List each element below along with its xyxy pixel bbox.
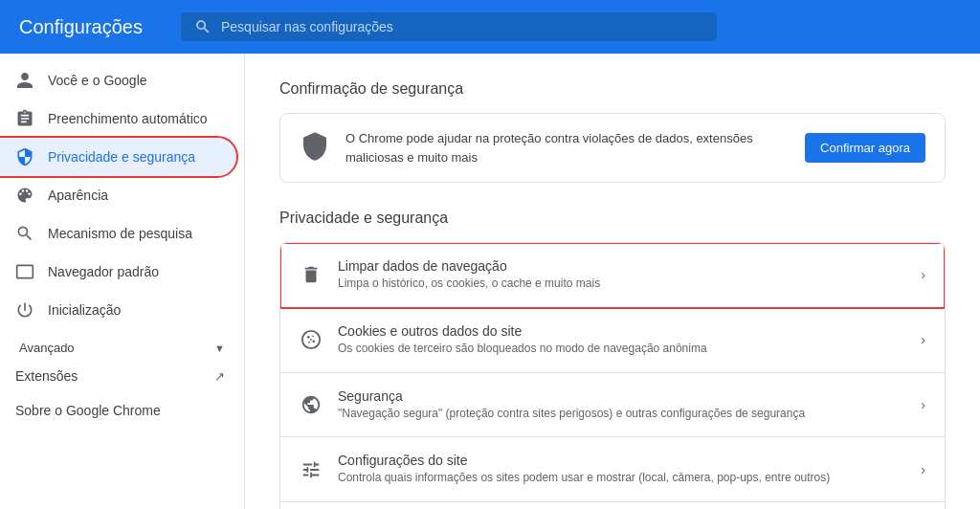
privacy-item-config-site-desc: Controla quais informações os sites pode… — [338, 470, 905, 486]
privacy-item-limpar-body: Limpar dados de navegação Limpa o histór… — [338, 258, 905, 292]
sidebar-item-extensoes[interactable]: Extensões ↗ — [0, 359, 244, 393]
shield-confirm-icon — [300, 131, 330, 166]
cookie-icon — [300, 328, 323, 351]
confirm-card-text: O Chrome pode ajudar na proteção contra … — [345, 129, 790, 166]
chevron-right-icon-3: › — [921, 397, 925, 412]
privacy-item-seguranca-title: Segurança — [338, 388, 905, 404]
header: Configurações — [0, 0, 980, 54]
sidebar-item-aparencia[interactable]: Aparência — [0, 176, 236, 214]
privacy-item-config-site[interactable]: Configurações do site Controla quais inf… — [280, 437, 945, 502]
sidebar-item-inicializacao[interactable]: Inicialização — [0, 291, 236, 329]
search-engine-icon — [15, 224, 34, 243]
delete-icon — [300, 263, 323, 286]
external-link-icon: ↗ — [214, 369, 225, 384]
privacy-section-title: Privacidade e segurança — [279, 210, 946, 227]
chevron-right-icon-2: › — [921, 332, 925, 347]
sobre-label: Sobre o Google Chrome — [15, 403, 161, 418]
svg-point-2 — [312, 336, 314, 338]
assignment-icon — [15, 109, 34, 128]
app-title: Configurações — [19, 16, 143, 38]
privacy-item-limpar-dados[interactable]: Limpar dados de navegação Limpa o histór… — [280, 243, 945, 308]
svg-point-3 — [312, 341, 315, 343]
sidebar-item-privacidade[interactable]: Privacidade e segurança — [0, 138, 236, 176]
svg-point-4 — [308, 342, 310, 343]
sidebar-item-preenchimento[interactable]: Preenchimento automático — [0, 100, 236, 138]
shield-icon — [15, 147, 34, 166]
sidebar: Você e o Google Preenchimento automático… — [0, 54, 245, 509]
browser-icon — [15, 262, 34, 281]
confirm-section-title: Confirmação de segurança — [279, 80, 946, 98]
sidebar-item-pesquisa[interactable]: Mecanismo de pesquisa — [0, 214, 236, 253]
sidebar-label-navegador: Navegador padrão — [48, 264, 159, 279]
privacy-item-cookies[interactable]: Cookies e outros dados do site Os cookie… — [280, 308, 945, 373]
sidebar-label-aparencia: Aparência — [48, 188, 108, 203]
search-input[interactable] — [221, 19, 703, 34]
main-layout: Você e o Google Preenchimento automático… — [0, 54, 980, 509]
privacy-item-seguranca-body: Segurança "Navegação segura" (proteção c… — [338, 388, 905, 422]
privacy-item-limpar-desc: Limpa o histórico, os cookies, o cache e… — [338, 276, 905, 292]
svg-point-5 — [310, 339, 312, 341]
globe-icon — [300, 393, 323, 416]
search-icon — [194, 18, 212, 35]
privacy-item-config-site-title: Configurações do site — [338, 453, 905, 468]
privacy-list: Limpar dados de navegação Limpa o histór… — [279, 242, 946, 509]
power-icon — [15, 300, 34, 320]
privacy-item-cookies-desc: Os cookies de terceiro são bloqueados no… — [338, 341, 905, 357]
content-area: Confirmação de segurança O Chrome pode a… — [245, 54, 980, 509]
privacy-item-cookies-title: Cookies e outros dados do site — [338, 323, 905, 339]
sidebar-item-voce-google[interactable]: Você e o Google — [0, 61, 236, 100]
privacy-item-cookies-body: Cookies e outros dados do site Os cookie… — [338, 323, 905, 357]
sidebar-item-sobre[interactable]: Sobre o Google Chrome — [0, 393, 244, 428]
sidebar-item-navegador[interactable]: Navegador padrão — [0, 253, 236, 291]
sidebar-advanced[interactable]: Avançado ▼ — [0, 329, 244, 359]
privacy-item-limpar-title: Limpar dados de navegação — [338, 258, 905, 274]
privacy-item-config-site-body: Configurações do site Controla quais inf… — [338, 453, 905, 486]
privacy-item-seguranca[interactable]: Segurança "Navegação segura" (proteção c… — [280, 373, 945, 438]
sidebar-label-voce-google: Você e o Google — [48, 73, 147, 88]
sidebar-label-preenchimento: Preenchimento automático — [48, 111, 208, 126]
palette-icon — [15, 186, 34, 205]
privacy-item-sandbox[interactable]: Sandbox de privacidade Os recursos de te… — [280, 502, 945, 509]
svg-point-1 — [307, 336, 310, 339]
chevron-right-icon-4: › — [921, 462, 925, 477]
sliders-icon — [300, 458, 323, 481]
confirm-card: O Chrome pode ajudar na proteção contra … — [279, 113, 946, 183]
chevron-down-icon: ▼ — [214, 343, 225, 354]
confirm-now-button[interactable]: Confirmar agora — [805, 133, 925, 163]
person-icon — [15, 71, 34, 90]
sidebar-label-pesquisa: Mecanismo de pesquisa — [48, 226, 192, 241]
privacy-item-seguranca-desc: "Navegação segura" (proteção contra site… — [338, 406, 905, 422]
advanced-label: Avançado — [19, 341, 75, 355]
sidebar-label-inicializacao: Inicialização — [48, 302, 121, 318]
chevron-right-icon: › — [921, 267, 925, 282]
extensoes-label: Extensões — [15, 368, 201, 384]
search-bar — [181, 12, 717, 41]
sidebar-label-privacidade: Privacidade e segurança — [48, 149, 195, 165]
